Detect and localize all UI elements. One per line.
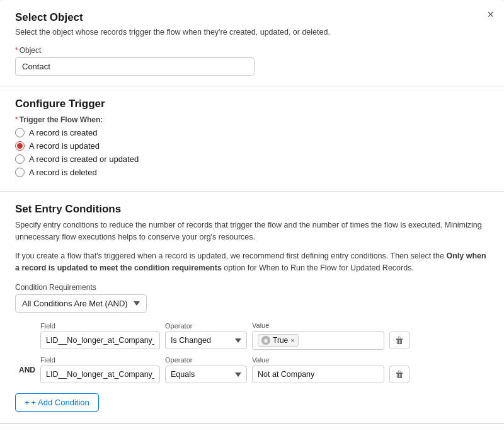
configure-trigger-section: Configure Trigger *Trigger the Flow When… [0,86,504,192]
conditions-desc2: If you create a flow that's triggered wh… [15,250,489,275]
add-condition-label: + Add Condition [32,398,89,407]
condition-row-2: AND Field Operator Equals Value 🗑 [15,356,489,383]
modal: × Select Object Select the object whose … [0,0,504,433]
operator-select-2[interactable]: Equals [165,366,247,383]
add-condition-button[interactable]: + + Add Condition [15,393,99,412]
delete-icon-2: 🗑 [395,369,404,379]
delete-icon-1: 🗑 [395,335,404,345]
radio-deleted[interactable] [15,168,25,177]
value-text-input-2[interactable] [252,366,384,383]
delete-btn-2[interactable]: 🗑 [389,366,410,383]
radio-item-created-or-updated: A record is created or updated [15,154,489,164]
radio-item-deleted: A record is deleted [15,168,489,177]
object-field-label: *Object [15,46,489,55]
delete-btn-1[interactable]: 🗑 [389,332,410,349]
value-label-2: Value [252,356,384,364]
trigger-radio-group: A record is created A record is updated … [15,128,489,177]
radio-created-or-updated[interactable] [15,154,25,164]
radio-updated-label: A record is updated [29,141,100,151]
radio-deleted-label: A record is deleted [29,168,97,177]
field-label-1: Field [40,322,160,330]
select-object-title: Select Object [15,11,489,24]
radio-created[interactable] [15,128,25,137]
operator-label-2: Operator [165,356,247,364]
plus-icon: + [25,398,30,407]
close-button[interactable]: × [487,9,494,20]
field-input-1[interactable] [40,332,160,349]
radio-created-label: A record is created [29,128,97,137]
field-col-1: Field [40,322,160,349]
value-col-1: Value ◉ True × [252,321,384,350]
radio-created-or-updated-label: A record is created or updated [29,154,139,164]
radio-item-created: A record is created [15,128,489,137]
condition-requirements-select[interactable]: All Conditions Are Met (AND) [15,294,147,313]
object-input[interactable] [15,57,255,76]
value-tag-close-1[interactable]: × [290,337,294,344]
when-to-run-section: When to Run the Flow for Updated Records… [0,424,504,433]
radio-updated[interactable] [15,141,25,151]
operator-col-1: Operator Is Changed [165,322,247,349]
value-tag-text-1: True [273,336,288,345]
radio-item-updated: A record is updated [15,141,489,151]
conditions-desc1: Specify entry conditions to reduce the n… [15,219,489,244]
conditions-title: Set Entry Conditions [15,203,489,216]
field-label-2: Field [40,356,160,364]
condition-prefix-2: AND [15,366,35,374]
value-col-2: Value [252,356,384,383]
value-tag-icon-1: ◉ [261,336,270,345]
condition-row-1: Field Operator Is Changed Value ◉ True [15,321,489,350]
value-label-1: Value [252,321,384,329]
required-star-trigger: * [15,115,18,124]
condition-rows: Field Operator Is Changed Value ◉ True [15,321,489,383]
set-entry-conditions-section: Set Entry Conditions Specify entry condi… [0,192,504,424]
required-star: * [15,46,18,55]
configure-trigger-title: Configure Trigger [15,98,489,110]
operator-label-1: Operator [165,322,247,330]
trigger-label: *Trigger the Flow When: [15,115,489,124]
operator-select-1[interactable]: Is Changed [165,332,247,349]
value-container-1: ◉ True × [252,331,384,350]
field-col-2: Field [40,356,160,383]
select-object-description: Select the object whose records trigger … [15,26,489,38]
field-input-2[interactable] [40,366,160,383]
value-tag-1: ◉ True × [258,334,299,347]
operator-col-2: Operator Equals [165,356,247,383]
select-object-section: Select Object Select the object whose re… [0,0,504,86]
condition-requirements-container: Condition Requirements All Conditions Ar… [15,283,489,313]
condition-req-label: Condition Requirements [15,283,489,292]
